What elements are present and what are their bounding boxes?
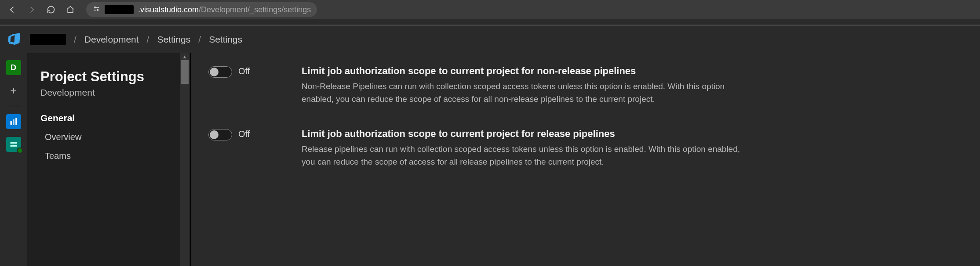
org-name-masked bbox=[30, 34, 66, 45]
page-header: / Development / Settings / Settings bbox=[0, 26, 980, 53]
svg-rect-4 bbox=[15, 118, 17, 125]
address-bar[interactable]: .visualstudio.com/Development/_settings/… bbox=[86, 2, 317, 17]
toggle-state-label: Off bbox=[238, 66, 250, 76]
svg-rect-3 bbox=[13, 119, 14, 125]
breadcrumb-item[interactable]: Development bbox=[84, 34, 139, 45]
svg-rect-6 bbox=[10, 145, 17, 147]
scrollbar[interactable]: ▲ bbox=[180, 53, 189, 266]
url-text: .visualstudio.com/Development/_settings/… bbox=[138, 5, 311, 14]
project-avatar[interactable]: D bbox=[6, 60, 21, 75]
setting-title: Limit job authorization scope to current… bbox=[302, 128, 962, 140]
home-button[interactable] bbox=[62, 2, 78, 18]
add-button[interactable]: + bbox=[6, 83, 21, 98]
reload-button[interactable] bbox=[43, 2, 59, 18]
toggle-release-scope[interactable] bbox=[208, 129, 232, 140]
main-area: D + ▲ Project Settings Development Gener… bbox=[0, 53, 980, 266]
azure-devops-logo-icon[interactable] bbox=[7, 32, 21, 48]
forward-button[interactable] bbox=[24, 2, 40, 18]
breadcrumb-separator: / bbox=[147, 34, 149, 45]
svg-point-0 bbox=[95, 7, 96, 8]
setting-description: Non-Release Pipelines can run with colle… bbox=[302, 80, 741, 105]
toggle-state-label: Off bbox=[238, 129, 250, 139]
boards-icon[interactable] bbox=[6, 114, 21, 129]
breadcrumb-separator: / bbox=[198, 34, 201, 45]
breadcrumb-item[interactable]: Settings bbox=[157, 34, 190, 45]
setting-title: Limit job authorization scope to current… bbox=[302, 65, 962, 77]
setting-description: Release pipelines can run with collectio… bbox=[302, 143, 741, 168]
setting-row: Off Limit job authorization scope to cur… bbox=[208, 65, 962, 105]
settings-content: Off Limit job authorization scope to cur… bbox=[191, 53, 980, 266]
browser-toolbar: .visualstudio.com/Development/_settings/… bbox=[0, 0, 980, 19]
svg-rect-5 bbox=[10, 142, 17, 144]
site-info-icon[interactable] bbox=[92, 5, 100, 15]
breadcrumb-separator: / bbox=[74, 34, 77, 45]
toggle-non-release-scope[interactable] bbox=[208, 66, 232, 78]
back-button[interactable] bbox=[4, 2, 20, 18]
svg-rect-2 bbox=[10, 121, 11, 125]
sidebar-section-general[interactable]: General bbox=[27, 108, 190, 128]
setting-row: Off Limit job authorization scope to cur… bbox=[208, 128, 962, 168]
page-title: Project Settings bbox=[27, 69, 190, 85]
scroll-thumb[interactable] bbox=[181, 60, 189, 84]
settings-sidebar: ▲ Project Settings Development General O… bbox=[27, 53, 191, 266]
test-plans-icon[interactable] bbox=[6, 137, 21, 152]
rail-separator bbox=[6, 106, 21, 106]
scroll-up-icon[interactable]: ▲ bbox=[180, 53, 189, 60]
breadcrumb-item[interactable]: Settings bbox=[209, 34, 242, 45]
status-badge-icon bbox=[17, 147, 23, 154]
left-rail: D + bbox=[0, 53, 27, 266]
sidebar-item-teams[interactable]: Teams bbox=[27, 147, 190, 165]
sidebar-item-overview[interactable]: Overview bbox=[27, 128, 190, 147]
svg-point-1 bbox=[97, 9, 98, 11]
project-name: Development bbox=[27, 85, 190, 108]
org-name-masked bbox=[105, 5, 134, 14]
